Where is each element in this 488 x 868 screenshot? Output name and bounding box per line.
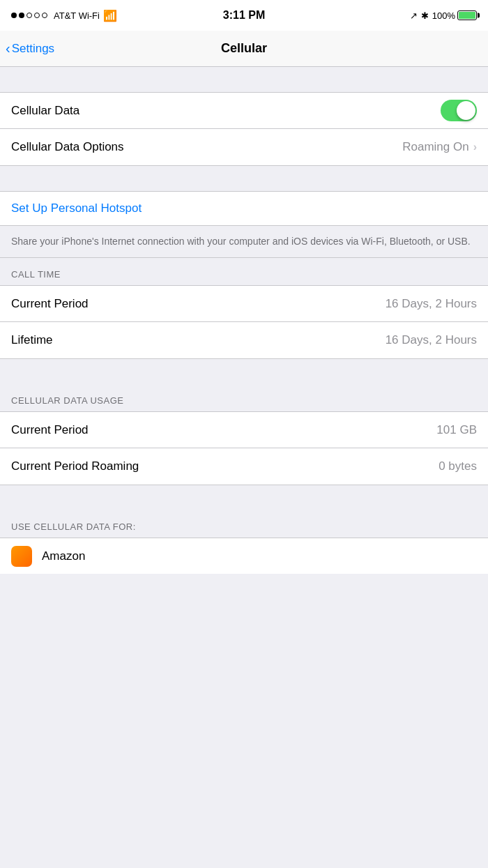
data-usage-current-period-row: Current Period 101 GB — [0, 412, 488, 448]
hotspot-row[interactable]: Set Up Personal Hotspot — [0, 191, 488, 226]
nav-bar: ‹ Settings Cellular — [0, 31, 488, 67]
carrier-text: AT&T Wi-Fi — [54, 10, 100, 21]
data-usage-section: Current Period 101 GB Current Period Roa… — [0, 411, 488, 485]
amazon-icon — [11, 546, 32, 567]
battery-percent: 100% — [432, 10, 455, 21]
call-time-current-period-value: 16 Days, 2 Hours — [386, 297, 477, 311]
data-usage-roaming-value: 0 bytes — [439, 459, 477, 473]
section-gap-4 — [0, 485, 488, 510]
bluetooth-icon: ✱ — [421, 10, 429, 21]
hotspot-description: Share your iPhone's Internet connection … — [11, 236, 471, 247]
battery-icon — [457, 10, 477, 20]
amazon-label: Amazon — [42, 549, 85, 563]
back-button[interactable]: ‹ Settings — [6, 42, 54, 56]
cellular-data-row: Cellular Data — [0, 93, 488, 129]
call-time-lifetime-row: Lifetime 16 Days, 2 Hours — [0, 322, 488, 358]
cellular-data-options-value: Roaming On › — [402, 140, 477, 154]
status-time: 3:11 PM — [223, 9, 265, 22]
signal-dot-2 — [19, 13, 24, 18]
cellular-data-toggle[interactable] — [441, 100, 477, 121]
cellular-data-label: Cellular Data — [11, 104, 79, 118]
cellular-data-options-row[interactable]: Cellular Data Options Roaming On › — [0, 129, 488, 165]
back-chevron-icon: ‹ — [6, 41, 10, 55]
back-label: Settings — [12, 42, 54, 56]
data-usage-header: CELLULAR DATA USAGE — [0, 384, 488, 411]
page-title: Cellular — [221, 41, 267, 56]
cellular-data-section: Cellular Data Cellular Data Options Roam… — [0, 92, 488, 166]
hotspot-description-row: Share your iPhone's Internet connection … — [0, 226, 488, 258]
signal-dot-3 — [26, 13, 32, 18]
battery-container: 100% — [432, 10, 477, 21]
signal-dots — [11, 13, 47, 18]
signal-dot-4 — [34, 13, 40, 18]
use-cellular-header: USE CELLULAR DATA FOR: — [0, 510, 488, 538]
signal-dot-5 — [42, 13, 47, 18]
toggle-knob — [457, 101, 475, 120]
location-icon: ↗ — [410, 10, 418, 21]
wifi-icon: 📶 — [103, 9, 117, 22]
call-time-lifetime-value: 16 Days, 2 Hours — [386, 333, 477, 347]
data-usage-current-period-label: Current Period — [11, 423, 89, 437]
section-gap-3 — [0, 359, 488, 384]
call-time-lifetime-label: Lifetime — [11, 333, 53, 347]
status-left: AT&T Wi-Fi 📶 — [11, 9, 117, 22]
chevron-right-icon: › — [473, 141, 477, 153]
battery-fill — [459, 12, 475, 19]
data-usage-roaming-row: Current Period Roaming 0 bytes — [0, 448, 488, 485]
call-time-header: CALL TIME — [0, 258, 488, 285]
cellular-data-options-label: Cellular Data Options — [11, 140, 124, 154]
data-usage-roaming-label: Current Period Roaming — [11, 459, 139, 473]
call-time-current-period-row: Current Period 16 Days, 2 Hours — [0, 286, 488, 322]
call-time-section: Current Period 16 Days, 2 Hours Lifetime… — [0, 285, 488, 359]
section-gap-1 — [0, 67, 488, 92]
call-time-current-period-label: Current Period — [11, 297, 89, 311]
cellular-data-options-text: Roaming On — [402, 140, 468, 154]
data-usage-current-period-value: 101 GB — [436, 423, 477, 437]
section-gap-2 — [0, 166, 488, 191]
amazon-row[interactable]: Amazon — [0, 538, 488, 574]
signal-dot-1 — [11, 13, 17, 18]
status-bar: AT&T Wi-Fi 📶 3:11 PM ↗ ✱ 100% — [0, 0, 488, 31]
status-right: ↗ ✱ 100% — [410, 10, 477, 21]
hotspot-link[interactable]: Set Up Personal Hotspot — [11, 201, 142, 215]
